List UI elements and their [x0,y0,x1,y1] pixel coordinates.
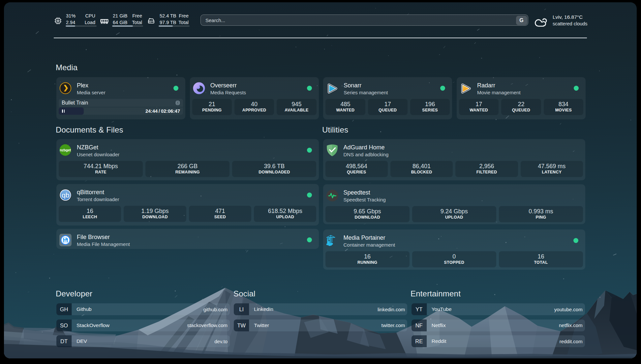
svg-text:qb: qb [62,191,69,199]
svg-text:nzbget: nzbget [60,148,71,152]
